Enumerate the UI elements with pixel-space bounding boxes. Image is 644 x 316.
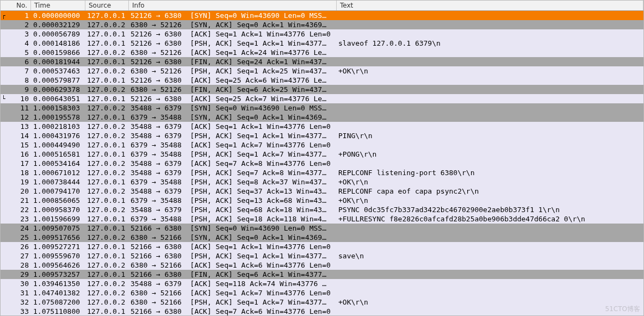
packet-no: 22: [1, 205, 31, 214]
packet-time: 0.000537463: [31, 66, 85, 76]
table-row[interactable]: 90.000629378127.0.0.26380 → 52126 [FIN, …: [1, 85, 643, 94]
table-row[interactable]: 261.009527271127.0.0.152166 → 6380 [ACK]…: [1, 242, 643, 251]
table-row[interactable]: 321.075087200127.0.0.26380 → 52166 [PSH,…: [1, 298, 643, 307]
column-header-source[interactable]: Source: [85, 1, 129, 10]
table-row[interactable]: 291.009573257127.0.0.152166 → 6380 [FIN,…: [1, 270, 643, 279]
packet-time: 1.009564626: [31, 261, 85, 270]
packet-info: 52126 → 6380 [FIN, ACK] Seq=24 Ack=1 Win…: [129, 57, 337, 66]
table-row[interactable]: 60.000181944127.0.0.152126 → 6380 [FIN, …: [1, 57, 643, 66]
packet-source: 127.0.0.1: [85, 11, 129, 20]
table-row[interactable]: 151.000449490127.0.0.16379 → 35488 [ACK]…: [1, 140, 643, 150]
packet-info: 52126 → 6380 [SYN] Seq=0 Win=43690 Len=0…: [129, 11, 337, 20]
packet-list-body[interactable]: 10.000000000127.0.0.152126 → 6380 [SYN] …: [1, 11, 643, 315]
packet-text: [337, 224, 643, 233]
packet-info: 6380 → 52126 [SYN, ACK] Seq=0 Ack=1 Win=…: [129, 20, 337, 29]
packet-no: 14: [1, 131, 31, 140]
packet-time: 1.009527271: [31, 242, 85, 251]
table-row[interactable]: 191.000738444127.0.0.16379 → 35488 [PSH,…: [1, 177, 643, 187]
table-row[interactable]: 30.000056789127.0.0.152126 → 6380 [ACK] …: [1, 29, 643, 39]
table-row[interactable]: 10.000000000127.0.0.152126 → 6380 [SYN] …: [1, 11, 643, 20]
packet-source: 127.0.0.1: [85, 29, 129, 39]
packet-text: [337, 159, 643, 168]
packet-info: 52126 → 6380 [ACK] Seq=25 Ack=6 Win=4377…: [129, 76, 337, 85]
table-row[interactable]: 331.075110800127.0.0.152166 → 6380 [ACK]…: [1, 307, 643, 315]
packet-source: 127.0.0.1: [85, 196, 129, 205]
table-row[interactable]: 181.000671012127.0.0.235488 → 6379 [PSH,…: [1, 168, 643, 177]
table-row[interactable]: 251.009517656127.0.0.26380 → 52166 [SYN,…: [1, 233, 643, 242]
column-header-row: No. Time Source Info Text: [1, 1, 643, 11]
packet-source: 127.0.0.2: [85, 131, 129, 140]
packet-info: 6380 → 52166 [ACK] Seq=1 Ack=7 Win=43776…: [129, 288, 337, 298]
packet-text: +OK\r\n: [337, 177, 643, 187]
table-row[interactable]: 141.000431976127.0.0.235488 → 6379 [PSH,…: [1, 131, 643, 140]
packet-text: +FULLRESYNC f8e2826c0afcafd28b25a0be906b…: [337, 214, 643, 224]
packet-source: 127.0.0.2: [85, 66, 129, 76]
table-row[interactable]: 271.009559670127.0.0.152166 → 6380 [PSH,…: [1, 251, 643, 261]
table-row[interactable]: 231.001596699127.0.0.16379 → 35488 [PSH,…: [1, 214, 643, 224]
table-row[interactable]: 121.000195578127.0.0.16379 → 35488 [SYN,…: [1, 113, 643, 122]
packet-info: 52126 → 6380 [PSH, ACK] Seq=1 Ack=1 Win=…: [129, 39, 337, 48]
packet-no: 10: [1, 94, 31, 103]
packet-info: 35488 → 6379 [ACK] Seq=7 Ack=8 Win=43776…: [129, 159, 337, 168]
packet-time: 1.000856065: [31, 196, 85, 205]
table-row[interactable]: 201.000794170127.0.0.235488 → 6379 [PSH,…: [1, 187, 643, 196]
table-row[interactable]: 211.000856065127.0.0.16379 → 35488 [PSH,…: [1, 196, 643, 205]
packet-text: REPLCONF listening-port 6380\r\n: [337, 168, 643, 177]
packet-text: [337, 242, 643, 251]
table-row[interactable]: 50.000159866127.0.0.26380 → 52126 [ACK] …: [1, 48, 643, 57]
packet-info: 52166 → 6380 [ACK] Seq=7 Ack=6 Win=43776…: [129, 307, 337, 315]
table-row[interactable]: 40.000148186127.0.0.152126 → 6380 [PSH, …: [1, 39, 643, 48]
packet-time: 1.039461350: [31, 279, 85, 288]
packet-source: 127.0.0.2: [85, 298, 129, 307]
packet-info: 35488 → 6379 [PSH, ACK] Seq=7 Ack=8 Win=…: [129, 168, 337, 177]
packet-time: 1.009573257: [31, 270, 85, 279]
column-header-info[interactable]: Info: [129, 1, 337, 10]
column-header-no[interactable]: No.: [1, 1, 31, 10]
packet-no: 33: [1, 307, 31, 315]
table-row[interactable]: 171.000534164127.0.0.235488 → 6379 [ACK]…: [1, 159, 643, 168]
packet-source: 127.0.0.2: [85, 20, 129, 29]
packet-info: 52126 → 6380 [ACK] Seq=1 Ack=1 Win=43776…: [129, 29, 337, 39]
packet-time: 1.000195578: [31, 113, 85, 122]
packet-no: 8: [1, 76, 31, 85]
table-row[interactable]: 70.000537463127.0.0.26380 → 52126 [PSH, …: [1, 66, 643, 76]
table-row[interactable]: 221.000958370127.0.0.235488 → 6379 [PSH,…: [1, 205, 643, 214]
packet-no: 17: [1, 159, 31, 168]
packet-time: 0.000181944: [31, 57, 85, 66]
packet-text: [337, 94, 643, 103]
packet-info: 52166 → 6380 [ACK] Seq=1 Ack=1 Win=43776…: [129, 242, 337, 251]
table-row[interactable]: 311.047401382127.0.0.26380 → 52166 [ACK]…: [1, 288, 643, 298]
column-header-time[interactable]: Time: [31, 1, 85, 10]
table-row[interactable]: 131.000218103127.0.0.235488 → 6379 [ACK]…: [1, 122, 643, 131]
packet-text: +OK\r\n: [337, 298, 643, 307]
packet-list-pane: No. Time Source Info Text 10.00000000012…: [0, 0, 644, 316]
table-row[interactable]: 281.009564626127.0.0.26380 → 52166 [ACK]…: [1, 261, 643, 270]
packet-text: +OK\r\n: [337, 196, 643, 205]
table-row[interactable]: 100.000643051127.0.0.152126 → 6380 [ACK]…: [1, 94, 643, 103]
packet-time: 1.000794170: [31, 187, 85, 196]
packet-text: [337, 85, 643, 94]
packet-info: 35488 → 6379 [PSH, ACK] Seq=37 Ack=13 Wi…: [129, 187, 337, 196]
packet-info: 6380 → 52126 [PSH, ACK] Seq=1 Ack=25 Win…: [129, 66, 337, 76]
packet-source: 127.0.0.1: [85, 57, 129, 66]
packet-no: 31: [1, 288, 31, 298]
packet-time: 0.000629378: [31, 85, 85, 94]
packet-text: [337, 233, 643, 242]
table-row[interactable]: 111.000158303127.0.0.235488 → 6379 [SYN]…: [1, 103, 643, 113]
packet-info: 6379 → 35488 [PSH, ACK] Seq=18 Ack=118 W…: [129, 214, 337, 224]
packet-info: 52166 → 6380 [FIN, ACK] Seq=6 Ack=1 Win=…: [129, 270, 337, 279]
packet-text: slaveof 127.0.0.1 6379\n: [337, 39, 643, 48]
packet-no: 13: [1, 122, 31, 131]
packet-text: REPLCONF capa eof capa psync2\r\n: [337, 187, 643, 196]
packet-no: 32: [1, 298, 31, 307]
packet-text: PING\r\n: [337, 131, 643, 140]
packet-info: 35488 → 6379 [ACK] Seq=118 Ack=74 Win=43…: [129, 279, 337, 288]
table-row[interactable]: 241.009507075127.0.0.152166 → 6380 [SYN]…: [1, 224, 643, 233]
table-row[interactable]: 20.000032129127.0.0.26380 → 52126 [SYN, …: [1, 20, 643, 29]
table-row[interactable]: 161.000516581127.0.0.16379 → 35488 [PSH,…: [1, 150, 643, 159]
packet-info: 6379 → 35488 [PSH, ACK] Seq=1 Ack=7 Win=…: [129, 150, 337, 159]
column-header-text[interactable]: Text: [337, 1, 643, 10]
table-row[interactable]: 80.000579877127.0.0.152126 → 6380 [ACK] …: [1, 76, 643, 85]
table-row[interactable]: 301.039461350127.0.0.235488 → 6379 [ACK]…: [1, 279, 643, 288]
packet-time: 0.000643051: [31, 94, 85, 103]
